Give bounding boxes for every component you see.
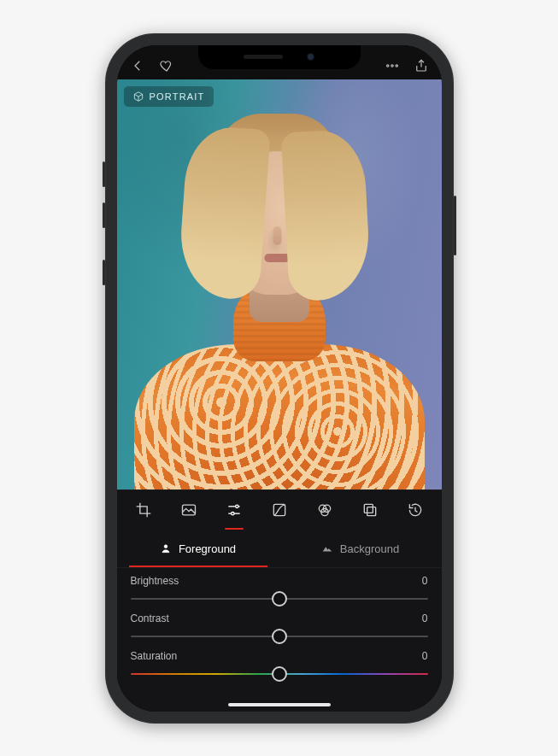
svg-point-1 xyxy=(391,64,392,66)
tab-background[interactable]: Background xyxy=(279,530,442,567)
tool-adjust[interactable] xyxy=(220,495,249,525)
tab-foreground-label: Foreground xyxy=(179,542,236,555)
ellipsis-icon xyxy=(385,58,400,73)
more-button[interactable] xyxy=(384,57,401,74)
favorite-button[interactable] xyxy=(158,57,175,74)
tab-foreground[interactable]: Foreground xyxy=(117,530,279,567)
photo-canvas[interactable]: PORTRAIT xyxy=(117,79,442,489)
slider-label: Contrast xyxy=(131,612,169,624)
slider-track-contrast[interactable] xyxy=(131,628,428,645)
mountain-icon xyxy=(321,542,333,554)
mode-badge-label: PORTRAIT xyxy=(150,91,205,102)
slider-value: 0 xyxy=(422,575,428,587)
history-icon xyxy=(407,501,424,519)
curves-icon xyxy=(271,501,288,519)
phone-frame: PORTRAIT xyxy=(105,33,454,724)
chevron-left-icon xyxy=(130,58,145,73)
svg-point-0 xyxy=(386,64,388,66)
svg-point-4 xyxy=(235,505,238,507)
notch xyxy=(198,45,361,69)
slider-saturation: Saturation 0 xyxy=(131,650,428,683)
phone-bezel: PORTRAIT xyxy=(117,45,442,712)
tool-frame[interactable] xyxy=(355,495,385,525)
slider-contrast: Contrast 0 xyxy=(131,612,428,645)
back-button[interactable] xyxy=(129,57,146,74)
share-icon xyxy=(414,58,429,73)
svg-point-5 xyxy=(231,513,233,515)
slider-knob[interactable] xyxy=(272,591,287,607)
tool-color-mix[interactable] xyxy=(310,495,339,525)
mode-badge: PORTRAIT xyxy=(124,86,214,107)
crop-icon xyxy=(135,501,152,519)
slider-value: 0 xyxy=(422,650,428,662)
slider-track-saturation[interactable] xyxy=(131,665,428,683)
photo-subject xyxy=(126,165,433,489)
front-camera xyxy=(307,53,314,61)
sliders-icon xyxy=(226,501,243,519)
home-indicator[interactable] xyxy=(228,703,331,706)
venn-icon xyxy=(316,501,333,519)
svg-point-2 xyxy=(396,64,397,66)
layers-icon xyxy=(361,501,379,519)
tool-presets[interactable] xyxy=(174,495,203,525)
tool-crop[interactable] xyxy=(129,495,158,525)
layer-tabs: Foreground Background xyxy=(117,530,442,568)
tab-background-label: Background xyxy=(340,542,399,555)
sliders-panel: Brightness 0 Contrast 0 xyxy=(117,568,442,712)
slider-knob[interactable] xyxy=(272,666,287,682)
cube-icon xyxy=(132,91,144,103)
image-icon xyxy=(180,501,197,519)
speaker xyxy=(244,55,283,59)
app-screen: PORTRAIT xyxy=(117,45,442,712)
slider-value: 0 xyxy=(422,612,428,624)
tool-history[interactable] xyxy=(401,495,430,525)
share-button[interactable] xyxy=(413,57,430,74)
slider-brightness: Brightness 0 xyxy=(131,575,428,607)
heart-icon xyxy=(159,58,174,73)
slider-track-brightness[interactable] xyxy=(131,590,428,607)
svg-rect-11 xyxy=(367,507,375,516)
slider-knob[interactable] xyxy=(272,629,287,644)
slider-label: Saturation xyxy=(131,650,178,662)
svg-rect-10 xyxy=(364,504,373,513)
slider-label: Brightness xyxy=(131,575,179,587)
person-icon xyxy=(160,542,172,554)
tool-curves[interactable] xyxy=(265,495,294,525)
tool-strip xyxy=(117,489,442,530)
svg-point-12 xyxy=(164,545,167,548)
